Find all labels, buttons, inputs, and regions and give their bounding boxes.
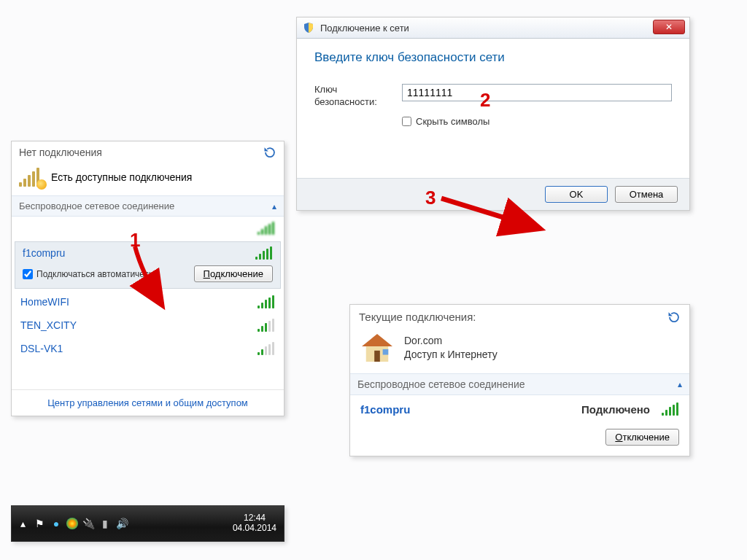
account-row: Dor.com Доступ к Интернету [350,330,689,373]
signal-icon [258,342,275,355]
network-item[interactable]: HomeWIFI [12,290,284,314]
network-item-blurred[interactable] [12,217,284,240]
clock-date: 04.04.2014 [233,524,276,534]
chevron-up-icon: ▴ [272,201,276,211]
signal-icon [662,402,679,416]
close-icon[interactable]: ✕ [653,20,685,34]
network-center-link[interactable]: Центр управления сетями и общим доступом [12,389,284,416]
taskbar-clock[interactable]: 12:44 04.04.2014 [233,513,279,534]
auto-connect-checkbox[interactable]: Подключаться автоматически [23,269,158,279]
tray-flag-icon[interactable]: ⚑ [33,517,46,530]
svg-rect-3 [383,349,389,355]
network-name: f1compru [360,403,410,416]
connect-network-dialog: Подключение к сети ✕ Введите ключ безопа… [296,17,690,211]
clock-time: 12:44 [233,513,276,524]
section-title: Беспроводное сетевое соединение [357,378,525,390]
tray-up-icon[interactable]: ▴ [16,517,29,530]
auto-connect-input[interactable] [23,269,33,279]
hide-symbols-input[interactable] [402,117,411,126]
cancel-button[interactable]: Отмена [615,186,678,203]
wifi-flyout: Нет подключения Есть доступные подключен… [11,141,285,416]
tray-icons: ▴ ⚑ ● 🔌 ▮ 🔊 [16,517,128,530]
connect-button[interactable]: Подключение [194,265,273,282]
network-item[interactable]: TEN_XCITY [12,314,284,337]
network-item[interactable]: DSL-VK1 [12,337,284,360]
tray-disc-icon[interactable] [66,518,78,529]
hide-symbols-checkbox[interactable]: Скрыть символы [402,116,672,127]
signal-icon [258,222,275,235]
connection-status: Подключено [581,403,650,416]
signal-icon [255,246,273,260]
dialog-titlebar[interactable]: Подключение к сети ✕ [297,18,689,39]
signal-icon [258,319,275,332]
network-name: f1compru [23,247,65,259]
wireless-section-header[interactable]: Беспроводное сетевое соединение ▴ [350,373,689,395]
current-connections-panel: Текущие подключения: Dor.com Доступ к Ин… [349,304,690,456]
current-header: Текущие подключения: [359,311,476,324]
security-key-input[interactable] [402,84,672,101]
available-label: Есть доступные подключения [51,171,192,183]
shield-icon [303,22,314,34]
network-name: HomeWIFI [20,296,69,308]
dialog-title: Подключение к сети [320,23,409,34]
chevron-up-icon: ▴ [678,379,682,389]
account-status: Доступ к Интернету [404,348,498,362]
network-name: TEN_XCITY [20,319,77,331]
tray-plug-icon[interactable]: 🔌 [82,517,95,530]
available-row: Есть доступные подключения [12,163,284,195]
key-label: Ключ безопасности: [314,84,396,109]
connect-btn-rest: одключение [210,268,263,279]
svg-rect-2 [374,351,380,362]
dialog-instruction: Введите ключ безопасности сети [314,50,672,65]
signal-icon [258,295,275,308]
hide-symbols-label: Скрыть символы [416,116,489,127]
signal-warning-icon [19,168,44,187]
tray-net-icon[interactable]: ▮ [98,517,112,530]
network-item-selected: f1compru Подключаться автоматически Подк… [15,241,281,289]
dialog-footer: OK Отмена [297,178,689,210]
network-name: DSL-VK1 [20,343,63,354]
refresh-icon[interactable] [667,311,681,324]
svg-marker-0 [362,334,392,346]
ok-button[interactable]: OK [545,186,608,203]
disconnect-button[interactable]: Отключение [605,429,679,446]
flyout-title: Нет подключения [19,147,102,158]
connected-network-row[interactable]: f1compru Подключено [350,395,689,423]
taskbar: ▴ ⚑ ● 🔌 ▮ 🔊 12:44 04.04.2014 [11,505,285,542]
house-icon [360,332,394,363]
section-title: Беспроводное сетевое соединение [19,201,174,211]
tray-globe-icon[interactable]: ● [50,517,63,530]
tray-vol-icon[interactable]: 🔊 [115,517,128,530]
account-name: Dor.com [404,334,498,348]
refresh-icon[interactable] [263,146,276,159]
auto-connect-label: Подключаться автоматически [36,269,158,279]
wireless-section-header[interactable]: Беспроводное сетевое соединение ▴ [12,195,284,217]
